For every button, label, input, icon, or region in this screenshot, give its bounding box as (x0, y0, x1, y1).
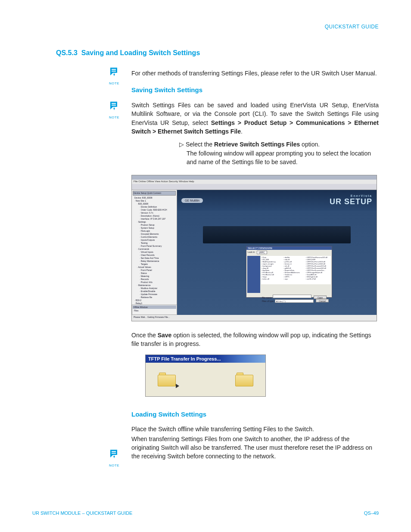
note-icon: NOTE (106, 101, 123, 119)
footer-right: QS–49 (364, 510, 379, 516)
saving-heading: Saving Switch Settings (131, 85, 379, 95)
ur-setup-logo: EnerVista UR SETUP (330, 194, 372, 206)
app-banner: GE Multilin EnerVista UR SETUP (177, 190, 377, 211)
note-label: NOTE (106, 115, 123, 119)
folder-dest-icon (235, 373, 253, 386)
places-bar (247, 256, 260, 293)
open-button[interactable]: Open (314, 296, 327, 299)
folder-source-icon (158, 373, 176, 386)
footer-left: UR SWITCH MODULE – QUICKSTART GUIDE (32, 510, 132, 516)
note-icon: NOTE (106, 67, 123, 85)
device-tree-panel: Device Setup Quick Connect Device: B30_B… (132, 190, 177, 315)
loading-para1: Place the Switch offline while transferr… (131, 425, 379, 433)
loading-heading: Loading Switch Settings (131, 410, 379, 419)
device-selector: Device: B30_B308 (133, 196, 176, 199)
note-label: NOTE (106, 81, 123, 85)
tftp-progress-dialog: TFTP File Transfer In Progress... (145, 355, 266, 397)
note-label: NOTE (106, 464, 123, 467)
section-title: Saving and Loading Switch Settings (81, 49, 200, 56)
tftp-title: TFTP File Transfer In Progress... (146, 355, 265, 363)
page-header: QUICKSTART GUIDE (32, 24, 379, 30)
saving-para: Switch Settings Files can be saved and l… (131, 101, 379, 136)
triangle-icon: ▷ (179, 140, 184, 149)
device-image (203, 226, 351, 243)
offline-panel: Offline Window Files (132, 305, 177, 315)
file-list: ▫ Data▫ D0_N03▫ ModDependency▫ report_im… (261, 256, 331, 284)
after-save-para: Once the Save option is selected, the fo… (131, 331, 379, 348)
tree-header: Device Setup Quick Connect (133, 191, 176, 196)
status-bar: Please Wait... Getting Firmware File... (132, 315, 377, 321)
enervista-screenshot: File Online Offline View Action Security… (131, 175, 377, 321)
step-retrieve: ▷ Select the Retrieve Switch Settings Fi… (179, 140, 379, 166)
intro-para: For other methods of transferring Settin… (131, 69, 379, 78)
section-heading: QS.5.3 Saving and Loading Switch Setting… (56, 49, 379, 57)
menubar: File Online Offline View Action Security… (132, 180, 377, 184)
dialog-title: SELECT FIRMWARE (246, 246, 332, 250)
window-titlebar (132, 175, 377, 180)
file-open-dialog: SELECT FIRMWARE Look in: URPC ▫ Data▫ D0… (246, 246, 332, 298)
ge-badge: GE Multilin (181, 198, 203, 203)
note-icon: NOTE (106, 449, 123, 467)
cancel-button[interactable]: Cancel (316, 299, 329, 302)
section-number: QS.5.3 (56, 49, 78, 56)
toolbar (132, 184, 377, 190)
loading-para2: When transferring Settings Files from on… (131, 435, 379, 461)
